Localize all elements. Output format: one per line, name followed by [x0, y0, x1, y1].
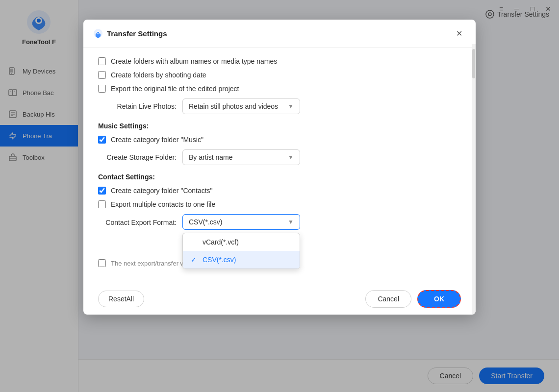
dialog-header: Transfer Settings ✕: [83, 20, 476, 48]
export-multiple-contacts-checkbox[interactable]: [98, 200, 106, 208]
contact-section-heading: Contact Settings:: [98, 173, 461, 181]
option-csv[interactable]: ✓ CSV(*.csv): [183, 251, 300, 269]
checkbox-row-create-folders-date: Create folders by shooting date: [98, 71, 461, 79]
dialog-title-row: Transfer Settings: [93, 28, 167, 38]
create-folders-album-checkbox[interactable]: [98, 57, 106, 65]
dialog-footer: ResetAll Cancel OK: [83, 283, 476, 315]
storage-folder-chevron-icon: ▼: [288, 154, 294, 161]
retain-live-photos-label: Retain Live Photos:: [98, 102, 177, 110]
cancel-dialog-button[interactable]: Cancel: [365, 290, 411, 308]
vcard-uncheck-icon: [191, 238, 199, 246]
checkbox-row-export-original: Export the original file of the edited p…: [98, 85, 461, 93]
dialog-body: Create folders with album names or media…: [83, 48, 476, 283]
dialog-scrollbar-thumb: [472, 49, 475, 78]
music-section-heading: Music Settings:: [98, 122, 461, 130]
retain-live-photos-selected: Retain still photos and videos: [189, 102, 278, 110]
svg-point-20: [97, 32, 99, 34]
contact-export-format-popup: vCard(*.vcf) ✓ CSV(*.csv): [182, 233, 300, 269]
app-background: FoneTool F My Devices: [0, 0, 559, 392]
create-storage-folder-label: Create Storage Folder:: [98, 153, 177, 161]
dialog-title-text: Transfer Settings: [107, 29, 167, 38]
contact-export-format-chevron-icon: ▼: [288, 219, 294, 225]
create-storage-folder-dropdown[interactable]: By artist name ▼: [182, 149, 300, 165]
footer-right-actions: Cancel OK: [365, 290, 461, 308]
storage-folder-selected: By artist name: [189, 153, 232, 161]
dialog-scrollbar[interactable]: [472, 44, 476, 315]
export-original-label: Export the original file of the edited p…: [111, 85, 239, 93]
option-vcard[interactable]: vCard(*.vcf): [183, 233, 300, 251]
reset-all-button[interactable]: ResetAll: [98, 291, 144, 307]
retain-live-photos-dropdown[interactable]: Retain still photos and videos ▼: [182, 98, 300, 114]
option-csv-label: CSV(*.csv): [203, 256, 236, 264]
retain-live-photos-row: Retain Live Photos: Retain still photos …: [98, 98, 461, 114]
contact-export-format-dropdown[interactable]: CSV(*.csv) ▼: [182, 214, 300, 230]
csv-check-icon: ✓: [191, 256, 199, 264]
create-folders-date-checkbox[interactable]: [98, 71, 106, 79]
contact-export-format-selected: CSV(*.csv): [189, 218, 222, 226]
create-folders-album-label: Create folders with album names or media…: [111, 57, 277, 65]
dialog-title-icon: [93, 28, 103, 38]
modal-overlay: Transfer Settings ✕ Create folders with …: [0, 0, 559, 392]
create-music-folder-label: Create category folder "Music": [111, 136, 203, 144]
create-folders-date-label: Create folders by shooting date: [111, 71, 206, 79]
next-export-checkbox[interactable]: [98, 259, 106, 267]
checkbox-row-export-multiple-contacts: Export multiple contacts to one file: [98, 200, 461, 208]
create-contacts-folder-checkbox[interactable]: [98, 187, 106, 195]
transfer-settings-dialog: Transfer Settings ✕ Create folders with …: [83, 20, 476, 315]
option-vcard-label: vCard(*.vcf): [203, 238, 239, 246]
export-original-checkbox[interactable]: [98, 85, 106, 93]
ok-button[interactable]: OK: [417, 290, 461, 308]
create-contacts-folder-label: Create category folder "Contacts": [111, 187, 213, 195]
contact-export-format-label: Contact Export Format:: [98, 219, 177, 226]
export-multiple-contacts-label: Export multiple contacts to one file: [111, 200, 215, 208]
contact-export-format-container: CSV(*.csv) ▼ vCard(*.vcf) ✓ CSV(*.cs: [182, 214, 300, 230]
create-music-folder-checkbox[interactable]: [98, 136, 106, 144]
checkbox-row-create-contacts-folder: Create category folder "Contacts": [98, 187, 461, 195]
checkbox-row-create-folders-album: Create folders with album names or media…: [98, 57, 461, 65]
retain-live-photos-chevron-icon: ▼: [288, 103, 294, 110]
create-storage-folder-row: Create Storage Folder: By artist name ▼: [98, 149, 461, 165]
dialog-close-button[interactable]: ✕: [452, 26, 466, 40]
contact-export-format-row: Contact Export Format: CSV(*.csv) ▼ vCar…: [98, 214, 461, 230]
checkbox-row-create-music-folder: Create category folder "Music": [98, 136, 461, 144]
